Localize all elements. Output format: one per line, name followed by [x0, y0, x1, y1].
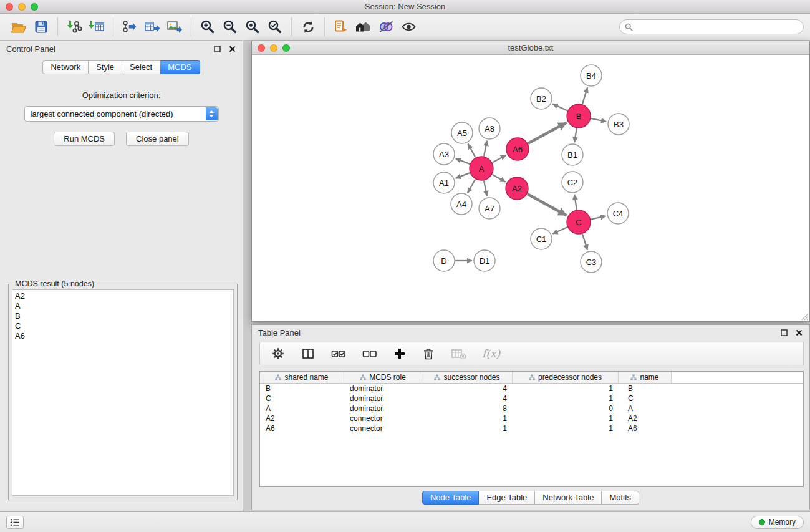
graph-node-D[interactable]: D — [433, 250, 455, 271]
table-row[interactable]: A6connector11A6 — [260, 423, 803, 433]
close-panel-button[interactable]: Close panel — [126, 132, 189, 146]
graph-edge-B-B4[interactable] — [582, 87, 587, 104]
graph-node-B2[interactable]: B2 — [531, 88, 552, 109]
delete-table-button[interactable] — [451, 347, 466, 360]
zoom-window-button[interactable] — [31, 3, 38, 11]
network-graph[interactable]: B4B2BB3A5A8A6A3B1AC2A1A2A4A7C4CC1C3DD1 — [252, 55, 809, 321]
network-close-button[interactable] — [258, 44, 265, 52]
global-search-field[interactable] — [619, 19, 804, 34]
criterion-select[interactable]: largest connected component (directed) — [24, 106, 219, 122]
table-cell[interactable]: A6 — [260, 423, 344, 433]
graph-node-A5[interactable]: A5 — [451, 122, 473, 143]
table-cell[interactable]: dominator — [344, 404, 422, 414]
network-canvas[interactable]: B4B2BB3A5A8A6A3B1AC2A1A2A4A7C4CC1C3DD1 — [252, 55, 809, 321]
graph-node-B3[interactable]: B3 — [608, 114, 629, 135]
search-input[interactable] — [636, 22, 798, 32]
table-settings-button[interactable] — [271, 347, 285, 360]
table-cell[interactable]: 1 — [513, 414, 619, 423]
refresh-view-button[interactable] — [297, 17, 319, 37]
save-session-button[interactable] — [30, 17, 52, 37]
graph-node-B1[interactable]: B1 — [562, 144, 583, 165]
graph-edge-A6-B[interactable] — [528, 122, 567, 143]
close-panel-icon[interactable] — [228, 44, 236, 53]
tab-network[interactable]: Network — [42, 60, 89, 74]
graph-edge-C-C3[interactable] — [582, 234, 587, 250]
graph-edge-C-C2[interactable] — [574, 195, 577, 210]
table-cell[interactable]: A — [260, 404, 344, 414]
column-header-successor-nodes[interactable]: successor nodes — [422, 372, 513, 383]
column-header-shared-name[interactable]: shared name — [260, 372, 344, 383]
show-hide-button[interactable] — [397, 17, 420, 37]
table-cell[interactable]: connector — [344, 414, 422, 423]
graph-node-D1[interactable]: D1 — [474, 250, 495, 271]
graph-edge-B-B3[interactable] — [591, 118, 607, 122]
network-zoom-button[interactable] — [282, 44, 290, 52]
style-venn-button[interactable] — [375, 17, 397, 37]
graph-node-A3[interactable]: A3 — [433, 143, 455, 165]
table-row[interactable]: Adominator80A — [260, 404, 803, 414]
resize-handle-icon[interactable] — [801, 313, 809, 321]
graph-edge-A-A8[interactable] — [484, 141, 487, 157]
unselect-all-button[interactable] — [362, 348, 377, 359]
column-header-predecessor-nodes[interactable]: predecessor nodes — [513, 372, 619, 383]
table-cell[interactable]: 1 — [422, 423, 513, 433]
add-column-button[interactable] — [393, 347, 406, 360]
graph-node-A6[interactable]: A6 — [506, 138, 529, 160]
select-all-button[interactable] — [331, 348, 346, 359]
zoom-in-button[interactable] — [196, 17, 219, 37]
table-cell[interactable]: 8 — [422, 404, 513, 414]
graph-node-B[interactable]: B — [567, 104, 591, 128]
open-session-button[interactable] — [7, 17, 30, 37]
export-table-button[interactable] — [141, 17, 163, 37]
export-image-button[interactable] — [163, 17, 186, 37]
table-cell[interactable]: C — [260, 394, 344, 404]
graph-node-A8[interactable]: A8 — [479, 118, 500, 139]
export-network-button[interactable] — [118, 17, 141, 37]
table-cell[interactable]: dominator — [344, 394, 422, 404]
minimize-window-button[interactable] — [18, 3, 26, 11]
table-row[interactable]: Cdominator41C — [260, 394, 803, 404]
table-cell[interactable]: C — [619, 394, 672, 404]
tab-motifs[interactable]: Motifs — [602, 491, 639, 505]
zoom-out-button[interactable] — [219, 17, 241, 37]
tab-style[interactable]: Style — [89, 60, 122, 74]
table-cell[interactable]: 4 — [422, 384, 513, 394]
float-panel-icon[interactable] — [213, 44, 221, 53]
table-cell[interactable]: A2 — [619, 414, 672, 423]
column-header-name[interactable]: name — [619, 372, 672, 383]
graph-node-B4[interactable]: B4 — [581, 65, 602, 86]
run-mcds-button[interactable]: Run MCDS — [54, 132, 115, 146]
zoom-fit-button[interactable] — [241, 17, 264, 37]
memory-button[interactable]: Memory — [751, 516, 804, 529]
first-neighbors-button[interactable] — [330, 17, 352, 37]
close-window-button[interactable] — [6, 3, 13, 11]
graph-edge-C-C4[interactable] — [591, 216, 606, 219]
graph-node-C[interactable]: C — [567, 210, 591, 234]
table-cell[interactable]: connector — [344, 423, 422, 433]
column-header-MCDS-role[interactable]: MCDS role — [344, 372, 422, 383]
table-cell[interactable]: A6 — [619, 423, 672, 433]
mcds-result-list[interactable]: A2ABCA6 — [12, 289, 234, 496]
table-cell[interactable]: B — [619, 384, 672, 394]
table-cell[interactable]: 1 — [513, 394, 619, 404]
table-cell[interactable]: 1 — [513, 384, 619, 394]
graph-edge-A-A7[interactable] — [484, 181, 487, 196]
zoom-selected-button[interactable] — [264, 17, 286, 37]
import-network-button[interactable] — [63, 17, 85, 37]
float-panel-icon[interactable] — [779, 328, 788, 337]
graph-edge-A-A1[interactable] — [456, 173, 470, 178]
graph-node-A1[interactable]: A1 — [433, 172, 455, 193]
graph-node-A[interactable]: A — [470, 157, 493, 180]
graph-edge-B-B2[interactable] — [552, 104, 567, 110]
graph-node-A4[interactable]: A4 — [451, 193, 472, 215]
table-cell[interactable]: 1 — [422, 414, 513, 423]
graph-edge-A-A4[interactable] — [468, 179, 475, 193]
table-cell[interactable]: 1 — [513, 423, 619, 433]
split-column-button[interactable] — [301, 347, 315, 360]
table-cell[interactable]: 4 — [422, 394, 513, 404]
close-panel-icon[interactable] — [794, 328, 803, 337]
graph-edge-C-C1[interactable] — [552, 227, 567, 234]
tab-node-table[interactable]: Node Table — [422, 491, 480, 505]
task-history-button[interactable] — [6, 516, 24, 529]
tab-mcds[interactable]: MCDS — [160, 60, 200, 74]
